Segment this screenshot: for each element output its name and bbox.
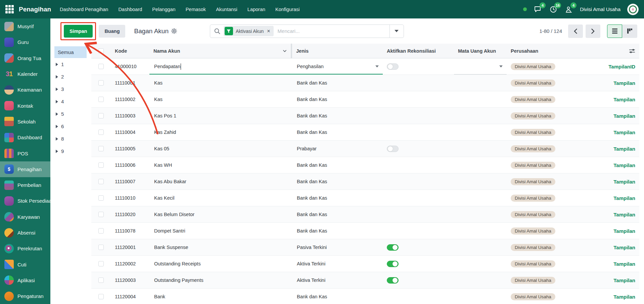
nav-item-dashboard[interactable]: Dashboard — [118, 7, 142, 12]
activities-clock-icon[interactable]: 16 — [549, 5, 558, 14]
user-requests-icon[interactable]: 4 — [564, 5, 573, 14]
groupby-item-9[interactable]: 9 — [54, 145, 91, 157]
view-link[interactable]: Tampilan — [613, 245, 635, 250]
nav-item-laporan[interactable]: Laporan — [247, 7, 265, 12]
table-row[interactable]: 11110006Kas WHBank dan KasDivisi Amal Us… — [91, 157, 639, 173]
row-checkbox[interactable] — [98, 245, 104, 250]
search-bar[interactable]: Aktivasi Akun × Mencari... — [210, 24, 404, 38]
groupby-all[interactable]: Semua — [54, 46, 87, 58]
row-checkbox[interactable] — [98, 162, 104, 168]
sidebar-item-pos[interactable]: POS — [0, 145, 50, 161]
view-link[interactable]: Tampilan — [613, 261, 635, 267]
optional-columns-icon[interactable] — [629, 48, 635, 54]
view-link[interactable]: Tampilan — [613, 277, 635, 283]
cell-mata-uang[interactable] — [454, 58, 507, 74]
table-row[interactable]: 11120002Outstanding ReceiptsAktiva Terki… — [91, 256, 639, 272]
pager-next-button[interactable] — [586, 24, 600, 38]
row-checkbox[interactable] — [98, 80, 104, 86]
nav-item-akuntansi[interactable]: Akuntansi — [216, 7, 237, 12]
row-checkbox[interactable] — [98, 113, 104, 118]
table-row[interactable]: 11120001Bank SuspensePasiva TerkiniDivis… — [91, 239, 639, 256]
sidebar-item-dashboard[interactable]: Dashboard — [0, 130, 50, 145]
table-row[interactable]: 11110002KasBank dan KasDivisi Amal Usaha… — [91, 91, 639, 108]
sidebar-item-penagihan[interactable]: $Penagihan — [0, 161, 50, 177]
sidebar-item-orang-tua[interactable]: Orang Tua — [0, 50, 50, 66]
row-checkbox[interactable] — [98, 179, 104, 184]
sidebar-item-kalender[interactable]: 31Kalender — [0, 66, 50, 82]
table-row[interactable]: 11110004Kas ZahidBank dan KasDivisi Amal… — [91, 124, 639, 141]
sidebar-item-sekolah[interactable]: Sekolah — [0, 114, 50, 130]
sidebar-item-cuti[interactable]: Cuti — [0, 256, 50, 272]
reconcile-toggle-on[interactable] — [387, 261, 399, 267]
messages-icon[interactable]: 4 — [534, 5, 542, 14]
groupby-item-8[interactable]: 8 — [54, 133, 91, 145]
column-header-rekonsiliasi[interactable]: Aktifkan Rekonsiliasi — [383, 44, 454, 58]
user-avatar[interactable] — [627, 4, 639, 15]
sidebar-item-stok-persediaan[interactable]: Stok Persediaan — [0, 193, 50, 209]
apps-grid-icon[interactable] — [5, 5, 14, 14]
view-link[interactable]: Tampilan — [613, 130, 635, 135]
sidebar-item-aplikasi[interactable]: Aplikasi — [0, 272, 50, 288]
sidebar-item-guru[interactable]: Guru — [0, 34, 50, 50]
table-row[interactable]: 11110007Kas Abu BakarBank dan KasDivisi … — [91, 173, 639, 190]
view-link[interactable]: TampilanID — [608, 64, 635, 69]
list-view-button[interactable] — [607, 24, 622, 38]
row-checkbox[interactable] — [98, 97, 104, 102]
table-row[interactable]: 11120004BankBank dan KasDivisi Amal Usah… — [91, 289, 639, 304]
reconcile-toggle-on[interactable] — [387, 244, 399, 251]
table-row[interactable]: 11110078Dompet SantriBank dan KasDivisi … — [91, 223, 639, 239]
search-options-toggle[interactable] — [389, 25, 404, 38]
pager-previous-button[interactable] — [568, 24, 583, 38]
view-link[interactable]: Tampilan — [613, 228, 635, 234]
sidebar-item-kontak[interactable]: Kontak — [0, 98, 50, 113]
app-name[interactable]: Penagihan — [19, 6, 51, 13]
kanban-view-button[interactable] — [622, 24, 637, 38]
column-header-nama-akun[interactable]: Nama Akun — [149, 44, 292, 58]
sidebar-item-karyawan[interactable]: Karyawan — [0, 209, 50, 225]
column-header-kode[interactable]: Kode — [111, 44, 149, 58]
row-checkbox[interactable] — [98, 146, 104, 151]
view-link[interactable]: Tampilan — [613, 162, 635, 168]
cell-jenis[interactable]: Penghasilan — [292, 58, 383, 74]
row-checkbox[interactable] — [98, 294, 104, 299]
discard-button[interactable]: Buang — [99, 25, 125, 38]
nav-item-dashboard-penagihan[interactable]: Dashboard Penagihan — [60, 7, 108, 12]
sidebar-item-keamanan[interactable]: Keamanan — [0, 82, 50, 98]
reconcile-toggle-off[interactable] — [387, 63, 399, 70]
save-button[interactable]: Simpan — [64, 25, 93, 38]
column-header-jenis[interactable]: Jenis — [292, 44, 383, 58]
groupby-item-5[interactable]: 5 — [54, 108, 91, 120]
view-link[interactable]: Tampilan — [613, 97, 635, 102]
view-link[interactable]: Tampilan — [613, 80, 635, 86]
filter-chip[interactable]: Aktivasi Akun × — [224, 26, 274, 36]
row-checkbox[interactable] — [98, 277, 104, 283]
sidebar-item-pembelian[interactable]: Pembelian — [0, 177, 50, 193]
view-link[interactable]: Tampilan — [613, 212, 635, 217]
table-row[interactable]: 11110001KasBank dan KasDivisi Amal Usaha… — [91, 75, 639, 91]
reconcile-toggle-on[interactable] — [387, 277, 399, 284]
nav-item-pelanggan[interactable]: Pelanggan — [152, 7, 175, 12]
select-all-checkbox[interactable] — [98, 48, 104, 54]
gear-icon[interactable] — [171, 28, 177, 34]
groupby-item-3[interactable]: 3 — [54, 83, 91, 95]
groupby-item-4[interactable]: 4 — [54, 95, 91, 108]
row-checkbox[interactable] — [98, 64, 104, 69]
view-link[interactable]: Tampilan — [613, 195, 635, 201]
cell-nama-akun[interactable]: Pendapatan — [149, 58, 292, 74]
row-checkbox[interactable] — [98, 261, 104, 266]
sidebar-item-musyrif[interactable]: Musyrif — [0, 18, 50, 34]
table-row[interactable]: 41000010PendapatanPenghasilanDivisi Amal… — [91, 58, 639, 75]
row-checkbox[interactable] — [98, 130, 104, 135]
table-row[interactable]: 11120003Outstanding PaymentsAktiva Terki… — [91, 272, 639, 289]
table-row[interactable]: 11110005Kas 05PrabayarDivisi Amal UsahaT… — [91, 141, 639, 157]
groupby-item-6[interactable]: 6 — [54, 120, 91, 133]
search-input[interactable]: Mencari... — [278, 28, 389, 34]
view-link[interactable]: Tampilan — [613, 146, 635, 152]
view-link[interactable]: Tampilan — [613, 113, 635, 119]
groupby-item-1[interactable]: 1 — [54, 58, 91, 70]
table-row[interactable]: 11110020Kas Belum DisetorBank dan KasDiv… — [91, 206, 639, 223]
company-switcher[interactable]: Divisi Amal Usaha — [580, 6, 620, 12]
row-checkbox[interactable] — [98, 195, 104, 201]
row-checkbox[interactable] — [98, 212, 104, 217]
reconcile-toggle-off[interactable] — [387, 146, 399, 152]
